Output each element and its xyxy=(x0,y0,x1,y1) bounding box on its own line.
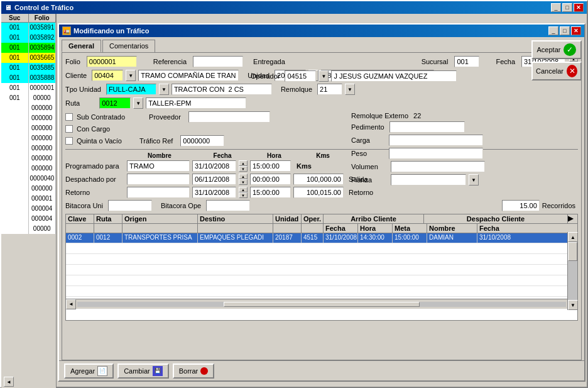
list-item[interactable]: 000001 xyxy=(1,194,56,204)
cliente-input[interactable] xyxy=(92,70,123,81)
prog-fecha-up[interactable]: ▲ xyxy=(239,160,248,166)
scroll-left-button[interactable]: ◄ xyxy=(4,377,14,387)
programado-nombre-input[interactable] xyxy=(127,160,190,172)
ruta-combo-btn[interactable]: ▼ xyxy=(133,97,143,109)
list-item[interactable]: 000000 xyxy=(1,123,56,133)
pedimento-input[interactable] xyxy=(389,121,465,133)
list-item[interactable]: 0000040 xyxy=(1,174,56,184)
tab-general[interactable]: General xyxy=(62,40,101,52)
programado-fecha-input[interactable] xyxy=(192,160,236,172)
quinta-checkbox[interactable] xyxy=(65,137,73,145)
list-item[interactable]: 001 0035894 xyxy=(1,43,56,53)
list-item[interactable]: 001 0035888 xyxy=(1,73,56,83)
despachado-nombre-input[interactable] xyxy=(127,174,190,185)
folio-input[interactable] xyxy=(87,56,137,67)
desp-fecha-down[interactable]: ▼ xyxy=(239,179,248,185)
grid-body[interactable]: 0002 0012 TRANSPORTES PRISA EMPAQUES PLE… xyxy=(66,233,577,299)
operador-input[interactable] xyxy=(285,70,316,82)
retorno-fecha-input[interactable] xyxy=(192,187,236,198)
carga-input[interactable] xyxy=(389,135,483,146)
cambiar-button[interactable]: Cambiar 💾 xyxy=(117,363,169,379)
cliente-name-input[interactable] xyxy=(138,70,239,81)
operador-combo-btn[interactable]: ▼ xyxy=(318,70,329,82)
list-item[interactable]: 001 0035665 xyxy=(1,53,56,63)
tpo-unidad-input[interactable] xyxy=(106,84,156,95)
list-item[interactable]: 000000 xyxy=(1,153,56,164)
despachado-kms-input[interactable] xyxy=(293,174,344,185)
agregar-button[interactable]: Agregar 📄 xyxy=(64,363,114,379)
close-button[interactable]: ✕ xyxy=(574,3,584,12)
sucursal-input[interactable] xyxy=(454,56,479,67)
con-cargo-checkbox[interactable] xyxy=(65,125,73,133)
retorno-kms-input[interactable] xyxy=(293,187,344,198)
proveedor-input[interactable] xyxy=(188,111,270,123)
programado-fecha-spinner[interactable]: ▲ ▼ xyxy=(239,160,248,172)
list-item[interactable]: 001 0000001 xyxy=(1,83,56,93)
list-item[interactable]: 001 0035891 xyxy=(1,23,56,33)
operador-name-input[interactable] xyxy=(331,70,457,82)
volumen-input[interactable] xyxy=(391,161,485,172)
list-item[interactable]: 000000 xyxy=(1,164,56,174)
list-item[interactable]: 000000 xyxy=(1,184,56,194)
list-item[interactable]: 001 00000 xyxy=(1,93,56,103)
ret-fecha-up[interactable]: ▲ xyxy=(239,187,248,192)
peso-input[interactable] xyxy=(389,148,483,159)
ret-fecha-down[interactable]: ▼ xyxy=(239,192,248,198)
proveedor-label: Proveedor xyxy=(149,113,181,121)
referencia-input[interactable] xyxy=(193,56,243,67)
list-item[interactable]: 000000 xyxy=(1,113,56,123)
aceptar-button[interactable]: Aceptar ✓ xyxy=(531,40,582,59)
remolque-combo-btn[interactable]: ▼ xyxy=(345,84,355,95)
ruta-name-input[interactable] xyxy=(146,97,246,109)
list-cell-folio: 0035885 xyxy=(29,63,57,73)
bitacora-uni-input[interactable] xyxy=(108,200,152,211)
fianza-combo-btn[interactable]: ▼ xyxy=(469,174,479,186)
list-item[interactable]: 000000 xyxy=(1,143,56,153)
list-body[interactable]: 001 0035891 001 0035892 001 0035894 001 … xyxy=(1,23,56,379)
total-kms-input[interactable] xyxy=(502,200,540,211)
list-item[interactable]: 001 0035885 xyxy=(1,63,56,73)
list-item[interactable]: 000004 xyxy=(1,204,56,214)
grid-v-scrollbar[interactable]: ▲ ▼ xyxy=(567,232,577,310)
trafico-ref-input[interactable] xyxy=(180,135,224,147)
modal-maximize-button[interactable]: □ xyxy=(560,26,570,35)
quinta-label: Quinta o Vacío xyxy=(77,137,122,145)
retorno-fecha-spinner[interactable]: ▲ ▼ xyxy=(239,187,248,198)
tab-comentarios[interactable]: Comentarios xyxy=(102,40,155,52)
bitacora-ope-input[interactable] xyxy=(206,200,250,211)
grid-row-selected[interactable]: 0002 0012 TRANSPORTES PRISA EMPAQUES PLE… xyxy=(66,233,577,243)
retorno-hora-input[interactable] xyxy=(250,187,291,198)
despachado-fecha-input[interactable] xyxy=(192,174,236,185)
cliente-combo-btn[interactable]: ▼ xyxy=(126,70,136,81)
grid-scroll-down[interactable]: ▼ xyxy=(568,300,578,310)
maximize-button[interactable]: □ xyxy=(562,3,572,12)
cancelar-button[interactable]: Cancelar ✕ xyxy=(531,62,582,80)
sub-contratado-checkbox[interactable] xyxy=(65,113,73,121)
list-item[interactable]: 00000 xyxy=(1,224,56,234)
despachado-fecha-spinner[interactable]: ▲ ▼ xyxy=(239,174,248,185)
ruta-input[interactable] xyxy=(99,97,131,109)
desp-fecha-up[interactable]: ▲ xyxy=(239,174,248,179)
list-item[interactable]: 000000 xyxy=(1,103,56,113)
list-item[interactable]: 000000 xyxy=(1,133,56,143)
prog-fecha-down[interactable]: ▼ xyxy=(239,166,248,172)
grid-h-scrollbar[interactable]: ◄ ► xyxy=(66,299,577,309)
tpo-unidad-combo-btn[interactable]: ▼ xyxy=(159,84,169,95)
fianza-input[interactable] xyxy=(391,174,466,186)
operador-label: Operador xyxy=(251,72,280,80)
grid-scroll-up[interactable]: ▲ xyxy=(568,232,578,242)
cambiar-icon: 💾 xyxy=(153,366,163,376)
borrar-button[interactable]: Borrar xyxy=(173,363,215,379)
remolque-input[interactable] xyxy=(317,84,342,95)
tractor-input[interactable] xyxy=(172,84,272,95)
modal-close-button[interactable]: ✕ xyxy=(571,26,581,35)
modal-minimize-button[interactable]: _ xyxy=(548,26,558,35)
minimize-button[interactable]: _ xyxy=(551,3,561,12)
despachado-hora-input[interactable] xyxy=(250,174,291,185)
list-item[interactable]: 001 0035892 xyxy=(1,33,56,43)
programado-hora-input[interactable] xyxy=(250,160,291,172)
retorno-nombre-input[interactable] xyxy=(127,187,190,198)
list-item[interactable]: 000004 xyxy=(1,214,56,224)
grid-h-scroll-left[interactable]: ◄ xyxy=(66,299,76,309)
grid-scroll-arrow[interactable]: ▶ xyxy=(567,214,577,223)
